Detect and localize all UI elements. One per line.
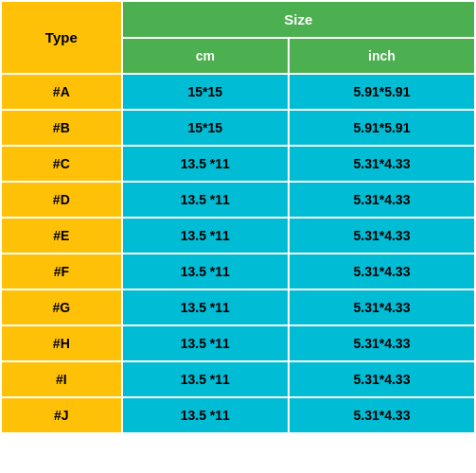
type-header: Type (1, 1, 122, 74)
row-inch-cell: 5.91*5.91 (289, 74, 475, 110)
row-type-cell: #C (1, 146, 122, 182)
row-cm-cell: 13.5 *11 (122, 218, 289, 254)
row-cm-cell: 13.5 *11 (122, 254, 289, 289)
row-inch-cell: 5.31*4.33 (289, 146, 475, 182)
row-inch-cell: 5.31*4.33 (289, 397, 475, 433)
inch-header: inch (289, 38, 475, 74)
table-row: #C13.5 *115.31*4.33 (1, 146, 475, 182)
row-type-cell: #H (1, 325, 122, 361)
size-header: Size (122, 1, 475, 38)
table-row: #B15*155.91*5.91 (1, 110, 475, 146)
size-table: Type Size cm inch #A15*155.91*5.91#B15*1… (0, 0, 476, 434)
row-inch-cell: 5.31*4.33 (289, 361, 475, 397)
row-type-cell: #J (1, 397, 122, 433)
table-row: #D13.5 *115.31*4.33 (1, 182, 475, 218)
row-cm-cell: 15*15 (122, 74, 289, 110)
table-row: #A15*155.91*5.91 (1, 74, 475, 110)
table-row: #F13.5 *115.31*4.33 (1, 254, 475, 289)
row-cm-cell: 13.5 *11 (122, 325, 289, 361)
row-cm-cell: 13.5 *11 (122, 146, 289, 182)
row-type-cell: #D (1, 182, 122, 218)
row-cm-cell: 13.5 *11 (122, 361, 289, 397)
table-row: #J13.5 *115.31*4.33 (1, 397, 475, 433)
row-type-cell: #I (1, 361, 122, 397)
row-type-cell: #A (1, 74, 122, 110)
row-inch-cell: 5.31*4.33 (289, 325, 475, 361)
row-inch-cell: 5.31*4.33 (289, 254, 475, 289)
row-type-cell: #G (1, 289, 122, 325)
table-row: #H13.5 *115.31*4.33 (1, 325, 475, 361)
row-inch-cell: 5.31*4.33 (289, 182, 475, 218)
row-cm-cell: 15*15 (122, 110, 289, 146)
row-cm-cell: 13.5 *11 (122, 289, 289, 325)
table-row: #I13.5 *115.31*4.33 (1, 361, 475, 397)
row-cm-cell: 13.5 *11 (122, 397, 289, 433)
row-type-cell: #E (1, 218, 122, 254)
row-cm-cell: 13.5 *11 (122, 182, 289, 218)
row-inch-cell: 5.91*5.91 (289, 110, 475, 146)
cm-header: cm (122, 38, 289, 74)
row-type-cell: #F (1, 254, 122, 289)
table-row: #G13.5 *115.31*4.33 (1, 289, 475, 325)
table-row: #E13.5 *115.31*4.33 (1, 218, 475, 254)
row-inch-cell: 5.31*4.33 (289, 218, 475, 254)
row-type-cell: #B (1, 110, 122, 146)
row-inch-cell: 5.31*4.33 (289, 289, 475, 325)
